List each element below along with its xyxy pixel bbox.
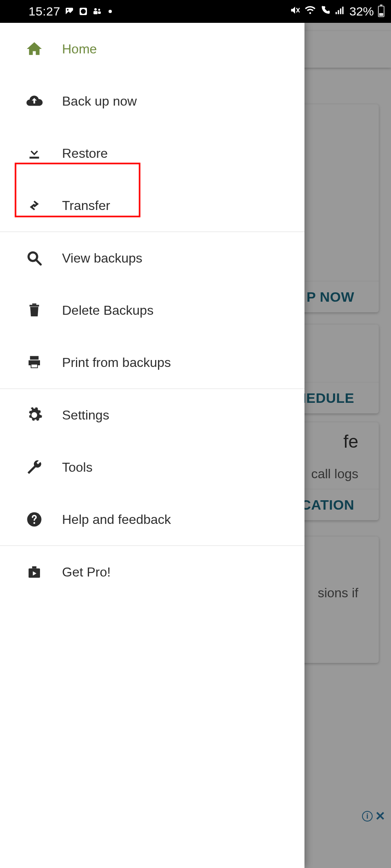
signal-icon (335, 5, 345, 18)
svg-rect-14 (29, 157, 39, 159)
nav-label: Print from backups (62, 355, 295, 370)
nav-label: Home (62, 42, 295, 57)
call-icon (320, 5, 331, 18)
teams-icon (92, 7, 102, 16)
nav-item-view-backups[interactable]: View backups (0, 232, 304, 284)
nav-label: View backups (62, 251, 295, 266)
trash-icon (24, 300, 44, 320)
nav-label: Restore (62, 146, 295, 161)
status-left: 15:27 (7, 4, 112, 18)
svg-rect-19 (30, 356, 39, 360)
svg-point-4 (94, 8, 97, 11)
download-icon (24, 144, 44, 163)
svg-rect-24 (32, 566, 37, 568)
home-icon (24, 39, 44, 59)
nav-item-help[interactable]: Help and feedback (0, 493, 304, 546)
nav-item-backup[interactable]: Back up now (0, 75, 304, 127)
battery-percent: 32% (349, 4, 374, 18)
app-icon (78, 7, 88, 16)
nav-label: Settings (62, 408, 295, 423)
nav-label: Help and feedback (62, 512, 295, 527)
svg-point-3 (81, 9, 86, 14)
cloud-upload-icon (24, 91, 44, 111)
svg-rect-12 (340, 8, 341, 14)
image-icon (64, 7, 74, 16)
print-icon (24, 353, 44, 372)
svg-rect-20 (31, 364, 37, 367)
svg-rect-13 (342, 7, 343, 14)
svg-rect-18 (32, 303, 36, 305)
nav-item-get-pro[interactable]: Get Pro! (0, 546, 304, 598)
nav-item-print[interactable]: Print from backups (0, 336, 304, 389)
status-time: 15:27 (29, 4, 60, 18)
help-icon (24, 510, 44, 529)
status-right: 32% (290, 4, 384, 19)
transfer-icon (24, 196, 44, 215)
svg-line-16 (36, 260, 41, 265)
svg-rect-11 (338, 10, 339, 14)
nav-item-settings[interactable]: Settings (0, 389, 304, 441)
nav-label: Transfer (62, 198, 295, 213)
svg-point-22 (33, 522, 36, 524)
nav-label: Tools (62, 460, 295, 475)
nav-item-tools[interactable]: Tools (0, 441, 304, 493)
gear-icon (24, 405, 44, 425)
svg-rect-7 (98, 11, 101, 14)
nav-item-home[interactable]: Home (0, 23, 304, 75)
svg-rect-17 (29, 305, 39, 307)
dot-icon (109, 10, 112, 13)
wifi-icon (304, 4, 316, 19)
status-bar: 15:27 32% (0, 0, 391, 23)
navigation-drawer: Home Back up now Restore Transfer View b… (0, 23, 304, 868)
nav-item-transfer[interactable]: Transfer (0, 179, 304, 232)
search-icon (24, 248, 44, 268)
svg-point-5 (98, 9, 100, 11)
svg-point-1 (67, 9, 69, 11)
svg-rect-6 (93, 11, 98, 14)
nav-label: Back up now (62, 94, 295, 109)
bag-icon (24, 562, 44, 582)
mute-icon (290, 5, 300, 18)
nav-label: Delete Backups (62, 303, 295, 318)
nav-item-restore[interactable]: Restore (0, 127, 304, 179)
nav-label: Get Pro! (62, 565, 295, 580)
wrench-icon (24, 457, 44, 477)
svg-rect-10 (335, 12, 337, 14)
battery-icon (378, 6, 384, 17)
nav-item-delete-backups[interactable]: Delete Backups (0, 284, 304, 336)
